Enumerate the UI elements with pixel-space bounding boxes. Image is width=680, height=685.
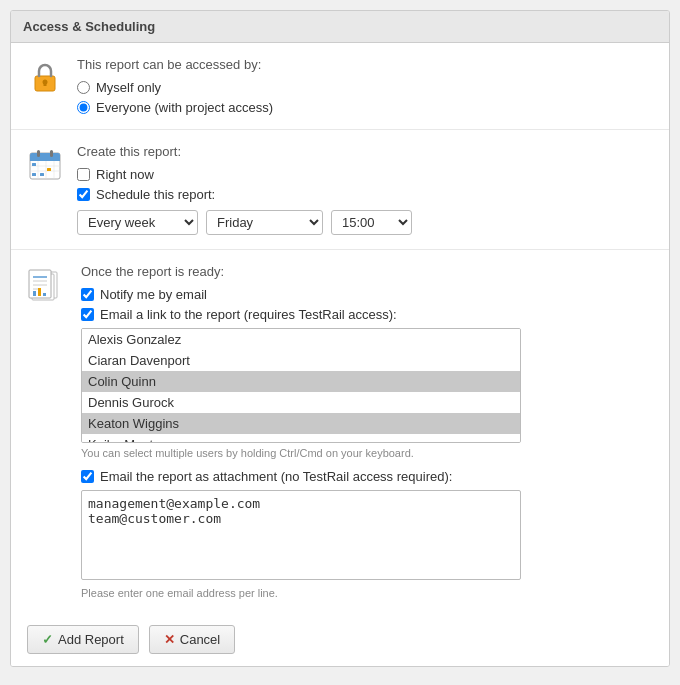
svg-rect-14 [47,168,51,171]
users-list[interactable]: Alexis Gonzalez Ciaran Davenport Colin Q… [81,328,521,443]
list-item[interactable]: Ciaran Davenport [82,350,520,371]
day-select[interactable]: Monday Tuesday Wednesday Thursday Friday… [206,210,323,235]
access-myself-text: Myself only [96,80,161,95]
lock-icon [27,59,63,95]
svg-rect-12 [50,150,53,157]
dialog-header: Access & Scheduling [11,11,669,43]
svg-rect-26 [43,293,46,296]
cancel-x-icon: ✕ [164,632,175,647]
email-attachment-checkbox[interactable] [81,470,94,483]
cancel-button[interactable]: ✕ Cancel [149,625,235,654]
access-everyone-label[interactable]: Everyone (with project access) [77,100,653,115]
notifications-content: Once the report is ready: Notify me by e… [81,264,653,599]
email-link-checkbox[interactable] [81,308,94,321]
email-link-text: Email a link to the report (requires Tes… [100,307,397,322]
right-now-checkbox[interactable] [77,168,90,181]
notify-email-label[interactable]: Notify me by email [81,287,653,302]
schedule-this-text: Schedule this report: [96,187,215,202]
list-item[interactable]: Colin Quinn [82,371,520,392]
notifications-title: Once the report is ready: [81,264,653,279]
svg-rect-25 [38,288,41,296]
email-link-label[interactable]: Email a link to the report (requires Tes… [81,307,653,322]
access-title: This report can be accessed by: [77,57,653,72]
schedule-this-checkbox[interactable] [77,188,90,201]
right-now-text: Right now [96,167,154,182]
schedule-title: Create this report: [77,144,653,159]
dialog-footer: ✓ Add Report ✕ Cancel [11,613,669,666]
list-item[interactable]: Keiko Montoya [82,434,520,443]
calendar-icon [27,146,63,182]
dialog: Access & Scheduling This report can be a… [10,10,670,667]
svg-rect-11 [37,150,40,157]
svg-rect-16 [40,173,44,176]
report-icon [27,266,67,302]
right-now-label[interactable]: Right now [77,167,653,182]
list-item[interactable]: Keaton Wiggins [82,413,520,434]
email-addresses-textarea[interactable]: management@example.com team@customer.com [81,490,521,580]
add-report-button[interactable]: ✓ Add Report [27,625,139,654]
cancel-label: Cancel [180,632,220,647]
notify-email-text: Notify me by email [100,287,207,302]
frequency-select[interactable]: Every week Every day Every month [77,210,198,235]
list-item[interactable]: Dennis Gurock [82,392,520,413]
email-attachment-text: Email the report as attachment (no TestR… [100,469,452,484]
schedule-section: Create this report: Right now Schedule t… [11,130,669,250]
svg-rect-15 [32,173,36,176]
users-hint: You can select multiple users by holding… [81,447,653,459]
svg-rect-24 [33,291,36,296]
access-section: This report can be accessed by: Myself o… [11,43,669,130]
schedule-checkbox-group: Right now Schedule this report: [77,167,653,202]
dialog-title: Access & Scheduling [23,19,155,34]
svg-rect-5 [30,158,60,161]
access-content: This report can be accessed by: Myself o… [77,57,653,115]
notifications-checkbox-group: Notify me by email Email a link to the r… [81,287,653,322]
svg-rect-13 [32,163,36,166]
schedule-this-label[interactable]: Schedule this report: [77,187,653,202]
notifications-section: Once the report is ready: Notify me by e… [11,250,669,613]
time-select[interactable]: 00:0001:0002:00 03:0004:0005:00 06:0007:… [331,210,412,235]
svg-rect-2 [44,82,47,86]
email-attachment-label[interactable]: Email the report as attachment (no TestR… [81,469,653,484]
access-radio-group: Myself only Everyone (with project acces… [77,80,653,115]
add-report-label: Add Report [58,632,124,647]
notify-email-checkbox[interactable] [81,288,94,301]
list-item[interactable]: Alexis Gonzalez [82,329,520,350]
schedule-selects-row: Every week Every day Every month Monday … [77,210,653,235]
schedule-content: Create this report: Right now Schedule t… [77,144,653,235]
add-check-icon: ✓ [42,632,53,647]
email-hint: Please enter one email address per line. [81,587,653,599]
access-everyone-text: Everyone (with project access) [96,100,273,115]
access-myself-radio[interactable] [77,81,90,94]
access-everyone-radio[interactable] [77,101,90,114]
access-myself-label[interactable]: Myself only [77,80,653,95]
